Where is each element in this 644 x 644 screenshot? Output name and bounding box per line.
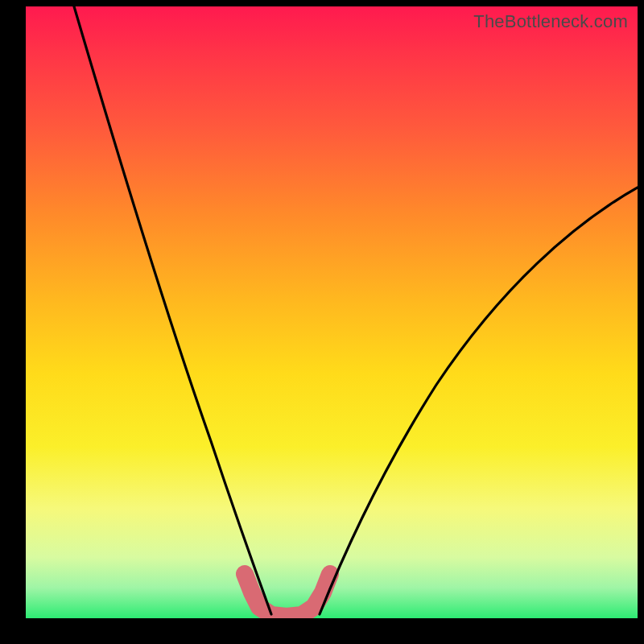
watermark-text: TheBottleneck.com [473,11,628,32]
plot-area: TheBottleneck.com [26,6,638,618]
left-curve [74,6,271,614]
curve-layer [26,6,638,618]
bottom-marker [245,574,330,617]
chart-frame: TheBottleneck.com [0,0,644,644]
right-curve [320,188,638,614]
